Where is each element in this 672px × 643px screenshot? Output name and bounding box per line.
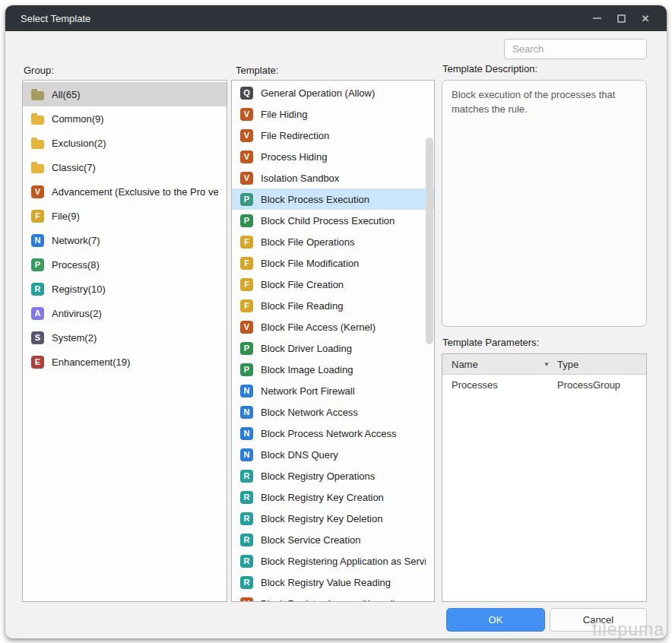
- template-list-item[interactable]: N Block DNS Query: [232, 444, 434, 465]
- template-list-item[interactable]: R Block Registry Value Reading: [232, 572, 434, 593]
- template-list-item[interactable]: F Block File Creation: [232, 274, 434, 295]
- group-item-icon: P: [31, 258, 44, 271]
- parameter-row[interactable]: Processes ProcessGroup: [442, 375, 646, 395]
- group-item-icon: E: [31, 356, 44, 369]
- template-list-item[interactable]: V Block Registry Access (Kernel): [232, 593, 434, 602]
- template-item-label: Block DNS Query: [261, 449, 338, 461]
- group-list-item[interactable]: Common(9): [23, 106, 227, 131]
- template-list-item[interactable]: F Block File Operations: [232, 231, 434, 252]
- template-item-icon: N: [240, 406, 253, 419]
- template-list-item[interactable]: F Block File Modification: [232, 252, 434, 274]
- group-list-item[interactable]: V Advancement (Exclusive to the Pro vers…: [23, 179, 227, 204]
- parameters-table-body: Processes ProcessGroup: [442, 375, 646, 395]
- group-item-icon: V: [31, 185, 44, 198]
- group-item-label: All(65): [52, 89, 81, 100]
- template-item-icon: N: [240, 385, 253, 398]
- minimize-icon[interactable]: [585, 5, 609, 31]
- template-list-item[interactable]: P Block Image Loading: [232, 359, 434, 380]
- template-list-item[interactable]: N Network Port Firewall: [232, 380, 434, 401]
- template-item-label: Block Registering Application as Servi..…: [261, 556, 426, 567]
- template-list-item[interactable]: V File Redirection: [232, 125, 434, 146]
- group-item-label: File(9): [52, 211, 80, 222]
- template-item-label: General Operation (Allow): [261, 87, 375, 99]
- template-list-item[interactable]: P Block Child Process Execution: [232, 210, 434, 231]
- search-input[interactable]: [504, 39, 647, 59]
- template-item-icon: V: [240, 321, 253, 334]
- group-list-item[interactable]: N Network(7): [23, 228, 227, 252]
- template-list-item[interactable]: V Process Hiding: [232, 146, 434, 167]
- template-list-item[interactable]: V Isolation Sandbox: [232, 167, 434, 188]
- group-list-item[interactable]: F File(9): [23, 204, 227, 228]
- template-list-item[interactable]: N Block Process Network Access: [232, 423, 434, 444]
- template-list-item[interactable]: R Block Registry Key Deletion: [232, 508, 434, 529]
- group-item-icon: [31, 91, 44, 100]
- template-list-item[interactable]: R Block Registry Key Creation: [232, 486, 434, 508]
- template-list-item[interactable]: V Block File Access (Kernel): [232, 316, 434, 337]
- template-item-label: Network Port Firewall: [261, 385, 355, 397]
- group-list-item[interactable]: All(65): [23, 82, 227, 106]
- group-item-label: Exclusion(2): [52, 138, 106, 149]
- template-item-label: Block Service Creation: [261, 534, 361, 546]
- template-item-icon: V: [240, 597, 253, 603]
- template-parameters-table: Name ▼ Type Processes ProcessGroup: [442, 353, 647, 602]
- group-list-item[interactable]: S System(2): [23, 325, 227, 350]
- template-label: Template:: [236, 65, 278, 76]
- template-description-text: Block execution of the processes that ma…: [442, 81, 646, 125]
- column-header-type[interactable]: Type: [556, 359, 646, 370]
- template-item-icon: V: [240, 108, 253, 121]
- template-item-icon: R: [240, 470, 253, 483]
- template-item-label: Block Registry Operations: [261, 470, 375, 482]
- template-item-icon: F: [240, 299, 253, 312]
- template-item-label: Isolation Sandbox: [261, 173, 339, 184]
- template-description-box: Block execution of the processes that ma…: [442, 80, 647, 327]
- template-list-item[interactable]: P Block Process Execution: [232, 188, 434, 210]
- template-item-icon: N: [240, 427, 253, 440]
- group-item-label: Network(7): [52, 235, 100, 246]
- group-list-item[interactable]: A Antivirus(2): [23, 301, 227, 325]
- column-header-name[interactable]: Name ▼: [442, 359, 556, 370]
- parameters-table-header: Name ▼ Type: [442, 354, 646, 375]
- group-item-label: Antivirus(2): [52, 308, 102, 319]
- template-item-label: Block Registry Value Reading: [261, 577, 391, 588]
- template-list-item[interactable]: P Block Driver Loading: [232, 337, 434, 359]
- close-icon[interactable]: ✕: [633, 5, 658, 31]
- window-controls: ✕: [585, 5, 667, 31]
- template-list-item[interactable]: N Block Network Access: [232, 401, 434, 423]
- group-item-icon: S: [31, 331, 44, 344]
- group-list-item[interactable]: Classic(7): [23, 155, 227, 179]
- ok-button[interactable]: OK: [446, 608, 545, 632]
- name-column-label: Name: [452, 359, 478, 370]
- template-list-scrollbar[interactable]: [426, 138, 433, 344]
- group-list: All(65) Common(9) Exclusion(2) Classic(7…: [22, 80, 227, 602]
- group-list-item[interactable]: Exclusion(2): [23, 131, 227, 155]
- template-list-item[interactable]: V File Hiding: [232, 103, 434, 125]
- template-item-icon: R: [240, 512, 253, 525]
- template-item-icon: Q: [240, 87, 253, 100]
- group-list-item[interactable]: P Process(8): [23, 252, 227, 277]
- group-item-label: Advancement (Exclusive to the Pro versi.…: [52, 186, 218, 198]
- template-item-label: Block Process Execution: [261, 194, 369, 205]
- template-item-icon: V: [240, 150, 253, 163]
- template-item-label: Block File Modification: [261, 258, 359, 269]
- template-list-item[interactable]: R Block Registry Operations: [232, 465, 434, 486]
- template-list-item[interactable]: F Block File Reading: [232, 295, 434, 316]
- maximize-icon[interactable]: [609, 5, 633, 31]
- template-list: Q General Operation (Allow) V File Hidin…: [231, 80, 435, 602]
- template-item-label: File Redirection: [261, 130, 329, 141]
- group-item-label: Common(9): [52, 113, 104, 125]
- group-item-icon: [31, 140, 44, 149]
- template-item-icon: V: [240, 172, 253, 185]
- template-item-label: Block Driver Loading: [261, 343, 352, 354]
- titlebar: Select Template ✕: [5, 5, 667, 31]
- group-item-icon: [31, 164, 44, 173]
- group-item-label: Classic(7): [52, 162, 96, 173]
- cancel-button[interactable]: Cancel: [550, 608, 647, 632]
- group-list-item[interactable]: R Registry(10): [23, 277, 227, 301]
- template-item-label: Block File Creation: [261, 279, 344, 290]
- template-list-item[interactable]: R Block Service Creation: [232, 529, 434, 550]
- template-list-item[interactable]: Q General Operation (Allow): [232, 82, 434, 103]
- template-list-item[interactable]: R Block Registering Application as Servi…: [232, 550, 434, 572]
- template-item-label: Block Registry Access (Kernel): [261, 598, 396, 603]
- template-item-label: Block Child Process Execution: [261, 215, 395, 226]
- group-list-item[interactable]: E Enhancement(19): [23, 350, 227, 374]
